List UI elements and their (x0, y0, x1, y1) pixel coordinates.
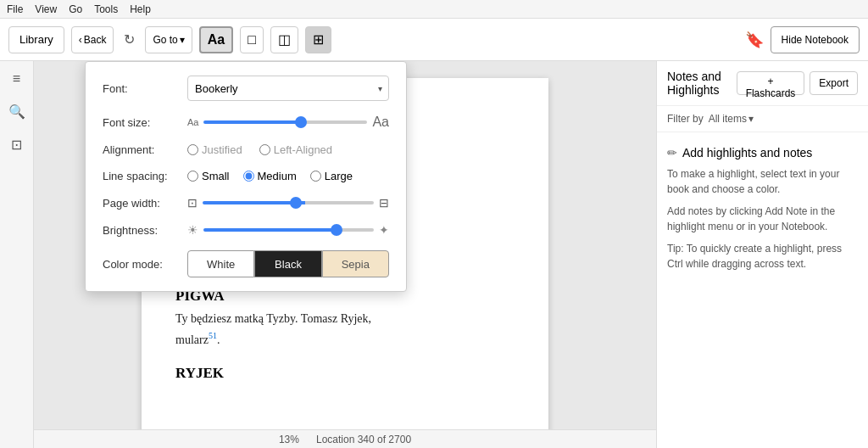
notebook-action-buttons: + Flashcards Export (737, 71, 858, 95)
layout-grid-button[interactable]: ⊞ (305, 26, 331, 53)
notebook-title: Notes and Highlights (667, 70, 737, 97)
font-dropdown[interactable]: Bookerly Georgia Arial (187, 76, 389, 101)
library-button[interactable]: Library (8, 26, 64, 53)
add-highlights-title: ✏ Add highlights and notes (667, 146, 858, 160)
font-label: Font: (103, 82, 187, 95)
page-width-control: ⊡ ⊟ (187, 196, 389, 210)
layout-single-button[interactable]: □ (240, 26, 264, 53)
brightness-low-icon: ☀ (187, 223, 198, 237)
font-row: Font: Bookerly Georgia Arial ▾ (103, 76, 389, 101)
progress-percent: 13% (279, 434, 299, 445)
font-large-icon: Aa (372, 115, 389, 130)
pencil-icon: ✏ (667, 146, 677, 160)
filter-value: All items (709, 113, 747, 125)
menu-bar: File View Go Tools Help (0, 0, 868, 19)
alignment-control: Justified Left-Aligned (187, 143, 389, 156)
color-mode-label: Color mode: (103, 258, 187, 271)
font-size-label: Font size: (103, 116, 187, 129)
alignment-left-option[interactable]: Left-Aligned (259, 143, 332, 156)
alignment-left-radio[interactable] (259, 144, 270, 155)
font-size-control: Aa Aa (187, 115, 389, 130)
hide-notebook-button[interactable]: Hide Notebook (771, 26, 860, 53)
alignment-justified-radio[interactable] (187, 144, 198, 155)
spacing-large-option[interactable]: Large (310, 170, 353, 182)
font-size-slider[interactable] (203, 120, 367, 124)
filter-bar: Filter by All items ▾ (657, 106, 868, 132)
brightness-control: ☀ ✦ (187, 223, 389, 237)
spacing-medium-option[interactable]: Medium (243, 170, 297, 182)
color-sepia-button[interactable]: Sepia (322, 250, 389, 277)
spacing-small-label: Small (202, 170, 230, 182)
width-narrow-icon: ⊡ (187, 196, 198, 210)
add-highlights-title-text: Add highlights and notes (682, 146, 812, 160)
export-button[interactable]: Export (810, 71, 858, 95)
add-highlights-section: ✏ Add highlights and notes To make a hig… (657, 132, 868, 448)
line-spacing-control: Small Medium Large (187, 170, 389, 182)
font-size-row: Font size: Aa Aa (103, 115, 389, 130)
alignment-label: Alignment: (103, 143, 187, 156)
add-highlights-tip: Tip: To quickly create a highlight, pres… (667, 241, 858, 272)
spacing-small-radio[interactable] (187, 171, 198, 182)
add-highlights-text2: Add notes by clicking Add Note in the hi… (667, 204, 858, 234)
filter-arrow-icon: ▾ (748, 113, 754, 125)
goto-label: Go to (153, 34, 177, 46)
color-white-button[interactable]: White (187, 250, 254, 277)
main-layout: ≡ 🔍 ⊡ DENKO Niechże i tak b PIGWA Robin … (0, 61, 868, 448)
brightness-slider[interactable] (203, 228, 374, 232)
back-label: Back (84, 34, 107, 46)
goto-arrow-icon: ▾ (180, 34, 185, 46)
alignment-justified-option[interactable]: Justified (187, 143, 242, 156)
alignment-justified-label: Justified (202, 143, 242, 156)
filter-dropdown[interactable]: All items ▾ (709, 113, 754, 125)
footnote-superscript: 51 (209, 331, 217, 340)
right-sidebar: Notes and Highlights + Flashcards Export… (656, 61, 868, 448)
toolbar: Library ‹ Back ↻ Go to ▾ Aa □ ◫ ⊞ 🔖 Hide… (0, 19, 868, 61)
menu-go[interactable]: Go (69, 3, 82, 15)
menu-help[interactable]: Help (130, 3, 151, 15)
brightness-label: Brightness: (103, 224, 187, 237)
line-spacing-row: Line spacing: Small Medium Large (103, 170, 389, 182)
spacing-large-label: Large (325, 170, 353, 182)
spacing-small-option[interactable]: Small (187, 170, 230, 182)
font-selector: Bookerly Georgia Arial ▾ (187, 76, 389, 101)
main-content: DENKO Niechże i tak b PIGWA Robin Głodzi… (34, 61, 656, 448)
color-mode-control: White Black Sepia (187, 250, 389, 277)
status-bar: 13% Location 340 of 2700 (34, 429, 656, 448)
settings-panel: Font: Bookerly Georgia Arial ▾ Font size… (85, 61, 407, 292)
left-sidebar: ≡ 🔍 ⊡ (0, 61, 34, 448)
page-width-row: Page width: ⊡ ⊟ (103, 196, 389, 210)
spacing-medium-label: Medium (258, 170, 297, 182)
book-text-4: Ty będziesz matką Tyzby. Tomasz Ryjek, m… (175, 310, 515, 349)
menu-tools[interactable]: Tools (94, 3, 118, 15)
add-highlights-text1: To make a highlight, select text in your… (667, 166, 858, 197)
goto-button[interactable]: Go to ▾ (145, 26, 192, 53)
layout-double-button[interactable]: ◫ (270, 26, 298, 53)
page-width-label: Page width: (103, 197, 187, 210)
menu-file[interactable]: File (7, 3, 23, 15)
spacing-large-radio[interactable] (310, 171, 321, 182)
brightness-row: Brightness: ☀ ✦ (103, 223, 389, 237)
brightness-high-icon: ✦ (379, 223, 389, 237)
bookmark-button[interactable]: 🔖 (745, 31, 764, 49)
refresh-button[interactable]: ↻ (120, 28, 138, 51)
font-settings-button[interactable]: Aa (199, 26, 233, 53)
page-width-slider[interactable] (203, 201, 374, 204)
hamburger-icon[interactable]: ≡ (9, 68, 24, 90)
color-black-button[interactable]: Black (254, 250, 321, 277)
filter-label: Filter by (667, 113, 704, 125)
back-arrow-icon: ‹ (79, 34, 82, 46)
font-small-icon: Aa (187, 117, 198, 127)
back-button[interactable]: ‹ Back (71, 26, 114, 53)
width-wide-icon: ⊟ (379, 196, 389, 210)
menu-view[interactable]: View (35, 3, 57, 15)
search-icon[interactable]: 🔍 (5, 100, 29, 123)
toc-icon[interactable]: ⊡ (8, 133, 25, 156)
flashcards-button[interactable]: + Flashcards (737, 71, 805, 95)
color-mode-row: Color mode: White Black Sepia (103, 250, 389, 277)
alignment-left-label: Left-Aligned (274, 143, 332, 156)
location-text: Location 340 of 2700 (316, 434, 411, 445)
spacing-medium-radio[interactable] (243, 171, 254, 182)
line-spacing-label: Line spacing: (103, 170, 187, 182)
alignment-row: Alignment: Justified Left-Aligned (103, 143, 389, 156)
notebook-header: Notes and Highlights + Flashcards Export (657, 61, 868, 106)
